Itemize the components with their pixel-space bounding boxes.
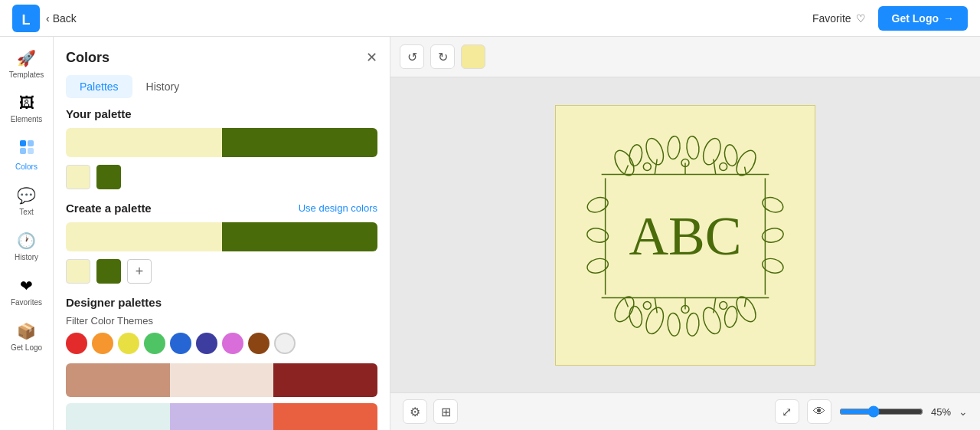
svg-point-29 bbox=[700, 305, 724, 336]
undo-button[interactable]: ↺ bbox=[400, 44, 424, 69]
logo-svg: ABC bbox=[556, 106, 815, 365]
svg-point-47 bbox=[761, 256, 786, 274]
designer-palettes-title: Designer palettes bbox=[66, 296, 377, 309]
sidebar-item-history[interactable]: 🕐 History bbox=[3, 225, 51, 268]
svg-point-12 bbox=[700, 136, 724, 166]
svg-point-32 bbox=[643, 301, 651, 309]
get-logo-label: Get Logo bbox=[892, 12, 939, 25]
canvas-body: ABC bbox=[390, 77, 980, 392]
get-logo-icon: 📦 bbox=[17, 322, 36, 340]
create-swatch-2[interactable] bbox=[96, 259, 121, 284]
canvas-toolbar: ↺ ↻ bbox=[390, 37, 980, 77]
favorite-label: Favorite bbox=[812, 12, 851, 25]
create-palette-bar[interactable] bbox=[66, 222, 377, 251]
sidebar-item-get-logo[interactable]: 📦 Get Logo bbox=[3, 316, 51, 358]
zoom-expand-button[interactable]: ⌄ bbox=[959, 405, 968, 418]
designer-palette-row-1[interactable] bbox=[66, 363, 377, 397]
your-swatch-2[interactable] bbox=[96, 165, 121, 189]
canvas-footer: ⚙ ⊞ ⤢ 👁 45% ⌄ bbox=[390, 392, 980, 430]
sidebar-item-elements[interactable]: 🖼 Elements bbox=[3, 88, 51, 130]
filter-yellow[interactable] bbox=[118, 333, 139, 354]
svg-rect-5 bbox=[28, 148, 34, 154]
filter-brown[interactable] bbox=[248, 333, 270, 354]
palette-row-1-seg3 bbox=[273, 363, 377, 397]
sidebar-item-templates-label: Templates bbox=[9, 71, 44, 79]
svg-rect-2 bbox=[20, 140, 26, 146]
colors-panel: Colors ✕ Palettes History Your palette C… bbox=[54, 37, 390, 430]
sidebar-item-favorites-label: Favorites bbox=[11, 298, 42, 307]
filter-indigo[interactable] bbox=[196, 333, 217, 354]
create-palette-row: Create a palette Use design colors bbox=[66, 202, 377, 215]
rocket-icon: 🚀 bbox=[17, 49, 36, 67]
colors-icon bbox=[18, 139, 35, 159]
palette-row-2-seg3 bbox=[273, 403, 377, 430]
filter-pink[interactable] bbox=[222, 333, 243, 354]
filter-orange[interactable] bbox=[92, 333, 113, 354]
canvas-color-swatch[interactable] bbox=[461, 44, 485, 69]
back-label: Back bbox=[53, 12, 77, 25]
your-palette-title: Your palette bbox=[66, 107, 377, 120]
create-palette-title: Create a palette bbox=[66, 202, 152, 215]
svg-point-28 bbox=[686, 312, 700, 336]
preview-button[interactable]: 👁 bbox=[807, 399, 831, 424]
back-button[interactable]: ‹ Back bbox=[46, 12, 77, 25]
svg-point-27 bbox=[667, 312, 681, 336]
palette-row-1-seg1 bbox=[66, 363, 170, 397]
panel-title: Colors bbox=[66, 50, 109, 66]
create-bar-right bbox=[222, 222, 378, 251]
panel-header: Colors ✕ bbox=[54, 37, 390, 75]
use-design-colors-button[interactable]: Use design colors bbox=[299, 202, 377, 214]
palette-row-2-seg2 bbox=[170, 403, 274, 430]
create-bar-left bbox=[66, 222, 222, 251]
svg-rect-4 bbox=[20, 148, 26, 154]
topbar: L ‹ Back Favorite ♡ Get Logo → bbox=[0, 0, 980, 37]
svg-line-35 bbox=[624, 297, 628, 307]
tab-palettes[interactable]: Palettes bbox=[66, 75, 132, 98]
palette-bar-right bbox=[222, 128, 378, 157]
svg-point-8 bbox=[628, 143, 643, 166]
tab-history[interactable]: History bbox=[132, 75, 194, 98]
text-icon: 💬 bbox=[17, 186, 36, 205]
designer-palette-row-2[interactable] bbox=[66, 403, 377, 430]
svg-point-26 bbox=[643, 305, 667, 336]
svg-point-25 bbox=[628, 305, 643, 328]
fit-screen-button[interactable]: ⤢ bbox=[775, 399, 799, 424]
your-swatch-1[interactable] bbox=[66, 165, 90, 189]
arrow-right-icon: → bbox=[943, 12, 954, 25]
topbar-right: Favorite ♡ Get Logo → bbox=[812, 6, 968, 31]
svg-line-39 bbox=[745, 297, 746, 307]
logo-text: ABC bbox=[629, 205, 741, 265]
svg-point-43 bbox=[586, 256, 610, 274]
create-swatch-1[interactable] bbox=[66, 259, 90, 284]
sidebar-item-favorites[interactable]: ❤ Favorites bbox=[3, 271, 51, 313]
heart-icon: ♡ bbox=[856, 12, 866, 25]
export-button[interactable]: ⊞ bbox=[433, 399, 458, 424]
filter-color-themes-label: Filter Color Themes bbox=[66, 315, 377, 327]
filter-red[interactable] bbox=[66, 333, 87, 354]
sidebar-item-templates[interactable]: 🚀 Templates bbox=[3, 43, 51, 85]
app-logo-icon: L bbox=[12, 5, 40, 32]
panel-close-button[interactable]: ✕ bbox=[366, 49, 377, 66]
your-palette-bar[interactable] bbox=[66, 128, 377, 157]
settings-button[interactable]: ⚙ bbox=[403, 399, 427, 424]
redo-button[interactable]: ↻ bbox=[430, 44, 455, 69]
footer-right-controls: ⤢ 👁 45% ⌄ bbox=[775, 399, 968, 424]
logo-preview: ABC bbox=[555, 105, 815, 366]
filter-white[interactable] bbox=[274, 333, 296, 354]
svg-point-10 bbox=[667, 136, 681, 159]
filter-blue[interactable] bbox=[170, 333, 191, 354]
favorite-button[interactable]: Favorite ♡ bbox=[812, 12, 866, 25]
canvas-area: ↺ ↻ bbox=[390, 37, 980, 430]
svg-point-41 bbox=[586, 195, 610, 215]
palette-row-1-seg2 bbox=[170, 363, 274, 397]
sidebar-item-text[interactable]: 💬 Text bbox=[3, 180, 51, 222]
your-palette-section: Your palette bbox=[54, 107, 390, 202]
svg-line-22 bbox=[745, 166, 746, 174]
filter-green[interactable] bbox=[144, 333, 165, 354]
sidebar-item-colors[interactable]: Colors bbox=[3, 133, 51, 177]
get-logo-button[interactable]: Get Logo → bbox=[878, 6, 968, 31]
add-swatch-button[interactable]: + bbox=[127, 259, 152, 284]
zoom-slider[interactable] bbox=[839, 405, 923, 418]
history-icon: 🕐 bbox=[17, 231, 36, 250]
palette-row-2-seg1 bbox=[66, 403, 170, 430]
